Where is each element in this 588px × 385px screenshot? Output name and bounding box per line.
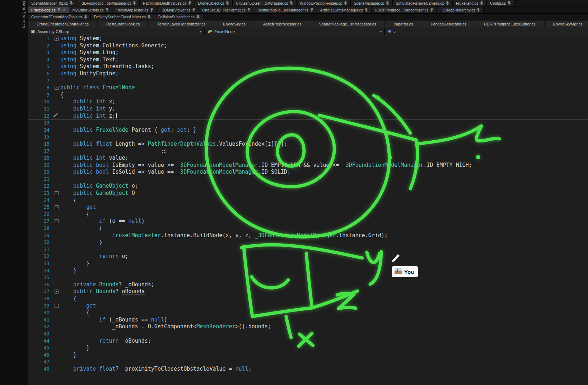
document-tab[interactable]: SimulatedFisheyeCamera.cs (393, 0, 453, 6)
pin-icon[interactable] (106, 8, 109, 12)
member-dropdown[interactable]: z (385, 28, 588, 35)
document-tab[interactable]: WindowPositionFinder.cs (297, 0, 350, 6)
code-line-20[interactable]: 20public bool IsSolid => value == _3DFou… (28, 169, 588, 176)
fold-collapse-icon[interactable]: - (55, 304, 59, 308)
pin-icon[interactable] (196, 15, 200, 19)
pin-icon[interactable] (192, 8, 195, 12)
document-tab[interactable]: SceneManager_02.cs (28, 0, 76, 6)
document-tab[interactable]: CityGen3DGen...torWrapper.cs (233, 0, 297, 6)
code-line-46[interactable]: 46} (28, 352, 588, 359)
code-line-45[interactable]: 45} (28, 344, 588, 352)
pin-icon[interactable] (188, 1, 191, 5)
pin-icon[interactable] (430, 8, 433, 12)
document-tab[interactable]: FruxelGrid.cs (453, 0, 487, 6)
fold-collapse-icon[interactable]: - (55, 290, 59, 294)
document-tab[interactable]: DroneOrientationController.cs (28, 20, 98, 28)
fold-collapse-icon[interactable]: - (55, 219, 59, 223)
pin-icon[interactable] (365, 8, 368, 12)
document-tab[interactable]: FruxelMapTester.cs (112, 6, 157, 13)
document-tab[interactable]: DroneObject.cs (195, 0, 233, 6)
code-line-18[interactable]: 18public int value; (28, 155, 588, 162)
code-line-4[interactable]: 4using System.Text; (28, 56, 588, 64)
code-line-14[interactable]: 14public FruxelNode Parent { get; set; } (28, 127, 588, 134)
pin-icon[interactable] (446, 1, 449, 5)
document-tab[interactable]: EnviroSkyMgr.cs (545, 20, 588, 28)
document-tab[interactable]: EnviroSky.cs (214, 20, 255, 28)
code-line-7[interactable]: 7 (28, 78, 588, 85)
code-line-47[interactable]: 47 (28, 358, 588, 366)
pin-icon[interactable] (148, 15, 151, 19)
type-dropdown[interactable]: FruxelNode ▾ (205, 28, 385, 35)
pin-icon[interactable] (480, 1, 483, 5)
code-line-35[interactable]: 35 (28, 274, 588, 281)
code-line-30[interactable]: 30} (28, 239, 588, 246)
code-line-27[interactable]: 27-if (o == null) (28, 218, 588, 225)
document-tab[interactable]: ShaderPackage...stProcessor.cs (310, 20, 385, 28)
code-line-16[interactable]: 16public float Length => PathfinderDepth… (28, 141, 588, 148)
code-line-37[interactable]: 37-public Bounds? oBounds (28, 288, 588, 295)
pin-icon[interactable] (133, 1, 136, 5)
project-dropdown[interactable]: Assembly-CSharp ▾ (28, 28, 205, 35)
code-line-48[interactable]: 48private float? _proximityToClosestObst… (28, 366, 588, 373)
pin-icon[interactable] (57, 8, 61, 12)
pin-icon[interactable] (310, 8, 313, 12)
document-tab[interactable]: Importer.cs (385, 20, 422, 28)
pin-icon[interactable] (84, 15, 87, 19)
code-line-42[interactable]: 42_oBounds = O.GetComponent<MeshRenderer… (28, 323, 588, 330)
document-tab[interactable]: Generator2ExportMapTools.cs (28, 14, 91, 20)
fold-collapse-icon[interactable]: - (55, 86, 59, 90)
code-line-38[interactable]: 38{ (28, 295, 588, 302)
code-line-40[interactable]: 40{ (28, 309, 588, 316)
pin-icon[interactable] (386, 1, 389, 5)
code-line-11[interactable]: 11public int y; (28, 105, 588, 113)
document-tab[interactable]: TerrainLayerRandomizer.cs (149, 20, 214, 28)
fold-collapse-icon[interactable]: - (55, 37, 59, 41)
fold-collapse-icon[interactable]: - (55, 205, 59, 209)
document-tab[interactable]: OneSec3D_FileFormat.cs (199, 6, 254, 13)
document-tab[interactable]: PathfinderDepthValues.cs (140, 0, 195, 6)
pin-icon[interactable] (477, 8, 480, 12)
code-line-41[interactable]: 41if (_oBounds == null) (28, 316, 588, 324)
document-tab[interactable]: RestaurantHook.cs (98, 20, 149, 28)
pin-icon[interactable] (226, 1, 229, 5)
fold-collapse-icon[interactable]: - (55, 191, 59, 195)
pin-icon[interactable] (508, 1, 511, 5)
code-line-44[interactable]: 44return _oBounds; (28, 338, 588, 345)
code-line-22[interactable]: 22public GameObject o; (28, 183, 588, 190)
code-line-28[interactable]: 28{ (28, 225, 588, 232)
code-line-32[interactable]: 32return o; (28, 253, 588, 260)
document-tab[interactable]: RestaurantHo...pleManager.cs (254, 6, 317, 13)
code-line-26[interactable]: 26{ (28, 211, 588, 218)
pin-icon[interactable] (247, 8, 251, 12)
code-line-19[interactable]: 19public bool IsEmpty => value >= _3DFou… (28, 162, 588, 169)
code-line-43[interactable]: 43 (28, 330, 588, 338)
code-line-33[interactable]: 33} (28, 260, 588, 267)
pin-icon[interactable] (70, 1, 73, 5)
document-tab[interactable]: FruxelNode.cs× (28, 6, 69, 13)
document-tab[interactable]: _3DMapViewer.cs (157, 6, 199, 13)
pin-icon[interactable] (290, 1, 293, 5)
code-line-36[interactable]: 36private Bounds? _oBounds; (28, 281, 588, 288)
code-line-25[interactable]: 25-get (28, 204, 588, 211)
document-tab[interactable]: CollisionSubscriber.cs (154, 14, 203, 20)
code-line-24[interactable]: 24{ (28, 197, 588, 204)
code-line-29[interactable]: 29FruxelMapTester.Instance.BuildNode(x, … (28, 232, 588, 239)
code-line-8[interactable]: 8-public class FruxelNode (28, 84, 588, 91)
code-line-31[interactable]: 31 (28, 246, 588, 253)
document-tab[interactable]: _3DFoundatio...delManager.cs (76, 0, 140, 6)
document-tab[interactable]: SceneManager.cs (351, 0, 393, 6)
document-tab[interactable]: HDRPPostproc...Randomizer.cs (372, 6, 437, 13)
code-line-9[interactable]: 9{ (28, 91, 588, 99)
code-line-1[interactable]: 1-using System; (28, 35, 588, 42)
code-line-39[interactable]: 39-get (28, 302, 588, 310)
code-line-13[interactable]: 13 (28, 119, 588, 127)
code-line-12[interactable]: 12public int z; (28, 113, 588, 120)
data-sources-vertical-tab[interactable]: Data Sources (22, 1, 26, 28)
code-line-34[interactable]: 34} (28, 267, 588, 274)
document-tab[interactable]: FencesGenerator.cs (422, 20, 475, 28)
code-line-5[interactable]: 5using System.Threading.Tasks; (28, 63, 588, 70)
close-icon[interactable]: × (62, 8, 66, 12)
document-tab[interactable]: _3DMapHierarchy.cs (437, 6, 484, 13)
document-tab[interactable]: MyEditorScripts.cs (69, 6, 112, 13)
code-line-15[interactable]: 15 (28, 133, 588, 141)
